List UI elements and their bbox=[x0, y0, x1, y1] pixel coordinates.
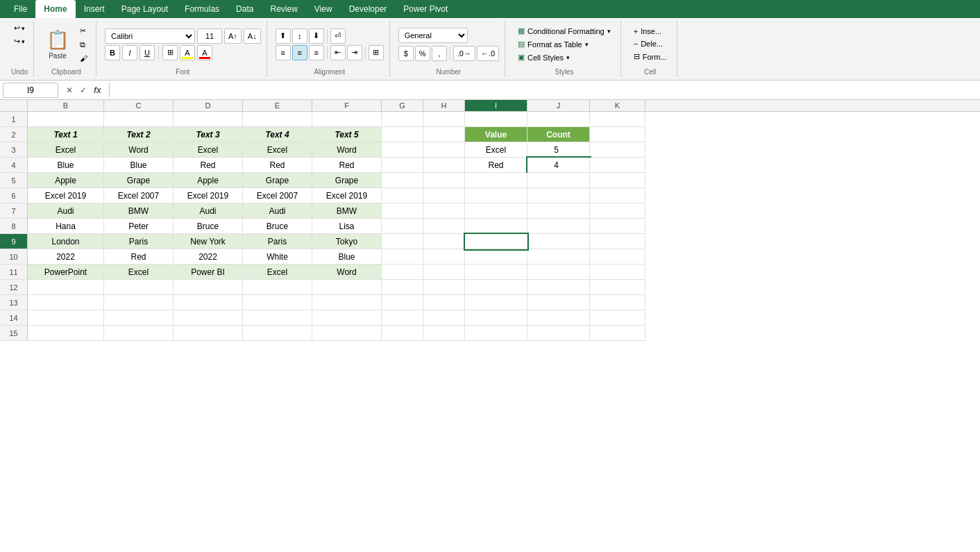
cell-i2[interactable]: Value bbox=[465, 127, 527, 142]
decrease-indent-button[interactable]: ⇤ bbox=[330, 45, 346, 60]
cell-g13[interactable] bbox=[382, 295, 423, 310]
cell-d10[interactable]: 2022 bbox=[174, 249, 243, 265]
cell-i14[interactable] bbox=[465, 310, 527, 326]
cell-f12[interactable] bbox=[312, 280, 382, 295]
cell-g8[interactable] bbox=[382, 219, 423, 234]
cell-c5[interactable]: Grape bbox=[104, 173, 174, 188]
cell-c7[interactable]: BMW bbox=[104, 203, 174, 219]
cell-e12[interactable] bbox=[243, 280, 312, 295]
cell-j14[interactable] bbox=[527, 310, 590, 326]
decrease-font-button[interactable]: A↓ bbox=[244, 28, 261, 44]
cell-k10[interactable] bbox=[590, 249, 645, 265]
cell-f7[interactable]: BMW bbox=[312, 203, 382, 219]
cell-k13[interactable] bbox=[590, 295, 645, 310]
cell-k3[interactable] bbox=[590, 142, 645, 158]
tab-view[interactable]: View bbox=[306, 0, 341, 18]
cut-button[interactable]: ✂ bbox=[77, 25, 90, 37]
col-header-b[interactable]: B bbox=[28, 100, 104, 111]
cell-j7[interactable] bbox=[527, 203, 590, 219]
cell-i9[interactable] bbox=[465, 234, 527, 249]
italic-button[interactable]: I bbox=[122, 45, 137, 60]
cell-f15[interactable] bbox=[312, 326, 382, 341]
underline-button[interactable]: U bbox=[140, 45, 155, 60]
cell-d12[interactable] bbox=[174, 280, 243, 295]
cell-c15[interactable] bbox=[104, 326, 174, 341]
cell-d3[interactable]: Excel bbox=[174, 142, 243, 158]
tab-review[interactable]: Review bbox=[262, 0, 305, 18]
merge-center-button[interactable]: ⊞ bbox=[369, 45, 384, 60]
cell-i4[interactable]: Red bbox=[465, 158, 527, 173]
cell-f4[interactable]: Red bbox=[312, 158, 382, 173]
cell-k11[interactable] bbox=[590, 265, 645, 280]
cell-j12[interactable] bbox=[527, 280, 590, 295]
cell-b1[interactable] bbox=[28, 112, 104, 127]
cell-e13[interactable] bbox=[243, 295, 312, 310]
cell-b9[interactable]: London bbox=[28, 234, 104, 249]
cell-d6[interactable]: Excel 2019 bbox=[174, 188, 243, 203]
cell-f3[interactable]: Word bbox=[312, 142, 382, 158]
cell-e3[interactable]: Excel bbox=[243, 142, 312, 158]
wrap-text-button[interactable]: ⏎ bbox=[330, 28, 346, 44]
font-color-button[interactable]: A bbox=[197, 45, 212, 60]
cell-b4[interactable]: Blue bbox=[28, 158, 104, 173]
cell-i12[interactable] bbox=[465, 280, 527, 295]
insert-function-button[interactable]: fx bbox=[92, 84, 103, 97]
cell-g3[interactable] bbox=[382, 142, 423, 158]
cell-i3[interactable]: Excel bbox=[465, 142, 527, 158]
cell-h3[interactable] bbox=[423, 142, 465, 158]
increase-font-button[interactable]: A↑ bbox=[224, 28, 242, 44]
confirm-formula-button[interactable]: ✓ bbox=[78, 84, 89, 97]
cell-f11[interactable]: Word bbox=[312, 265, 382, 280]
cell-g5[interactable] bbox=[382, 173, 423, 188]
cell-k7[interactable] bbox=[590, 203, 645, 219]
cell-i6[interactable] bbox=[465, 188, 527, 203]
align-middle-button[interactable]: ↕ bbox=[292, 28, 307, 44]
font-name-select[interactable]: Calibri bbox=[105, 28, 195, 44]
cell-h4[interactable] bbox=[423, 158, 465, 173]
col-header-f[interactable]: F bbox=[312, 100, 382, 111]
tab-data[interactable]: Data bbox=[228, 0, 262, 18]
col-header-d[interactable]: D bbox=[174, 100, 243, 111]
cell-c13[interactable] bbox=[104, 295, 174, 310]
percent-button[interactable]: % bbox=[415, 46, 430, 61]
cell-e4[interactable]: Red bbox=[243, 158, 312, 173]
increase-decimal-button[interactable]: .0→ bbox=[453, 46, 475, 61]
cell-f9[interactable]: Tokyo bbox=[312, 234, 382, 249]
cell-c14[interactable] bbox=[104, 310, 174, 326]
cell-b15[interactable] bbox=[28, 326, 104, 341]
cell-h2[interactable] bbox=[423, 127, 465, 142]
undo-button[interactable]: ↩ ▾ bbox=[11, 22, 28, 34]
bold-button[interactable]: B bbox=[105, 45, 120, 60]
cell-i5[interactable] bbox=[465, 173, 527, 188]
col-header-k[interactable]: K bbox=[590, 100, 645, 111]
cell-h8[interactable] bbox=[423, 219, 465, 234]
cell-h9[interactable] bbox=[423, 234, 465, 249]
cell-j15[interactable] bbox=[527, 326, 590, 341]
cell-e6[interactable]: Excel 2007 bbox=[243, 188, 312, 203]
cell-b6[interactable]: Excel 2019 bbox=[28, 188, 104, 203]
cell-c10[interactable]: Red bbox=[104, 249, 174, 265]
cell-e7[interactable]: Audi bbox=[243, 203, 312, 219]
paste-button[interactable]: 📋 Paste bbox=[42, 26, 73, 62]
cell-k2[interactable] bbox=[590, 127, 645, 142]
cell-d14[interactable] bbox=[174, 310, 243, 326]
conditional-formatting-button[interactable]: ▦ Conditional Formatting ▾ bbox=[514, 25, 615, 37]
cell-j9[interactable] bbox=[527, 234, 590, 249]
currency-button[interactable]: $ bbox=[398, 46, 414, 61]
cell-j13[interactable] bbox=[527, 295, 590, 310]
cell-g10[interactable] bbox=[382, 249, 423, 265]
cell-d9[interactable]: New York bbox=[174, 234, 243, 249]
cell-e10[interactable]: White bbox=[243, 249, 312, 265]
delete-button[interactable]: − Dele... bbox=[630, 38, 671, 49]
cell-f5[interactable]: Grape bbox=[312, 173, 382, 188]
copy-button[interactable]: ⧉ bbox=[77, 39, 90, 51]
cell-k1[interactable] bbox=[590, 112, 645, 127]
cell-b11[interactable]: PowerPoint bbox=[28, 265, 104, 280]
cell-b2[interactable]: Text 1 bbox=[28, 127, 104, 142]
cell-d1[interactable] bbox=[174, 112, 243, 127]
cell-b7[interactable]: Audi bbox=[28, 203, 104, 219]
cell-b3[interactable]: Excel bbox=[28, 142, 104, 158]
cell-g12[interactable] bbox=[382, 280, 423, 295]
cell-h15[interactable] bbox=[423, 326, 465, 341]
cell-j8[interactable] bbox=[527, 219, 590, 234]
